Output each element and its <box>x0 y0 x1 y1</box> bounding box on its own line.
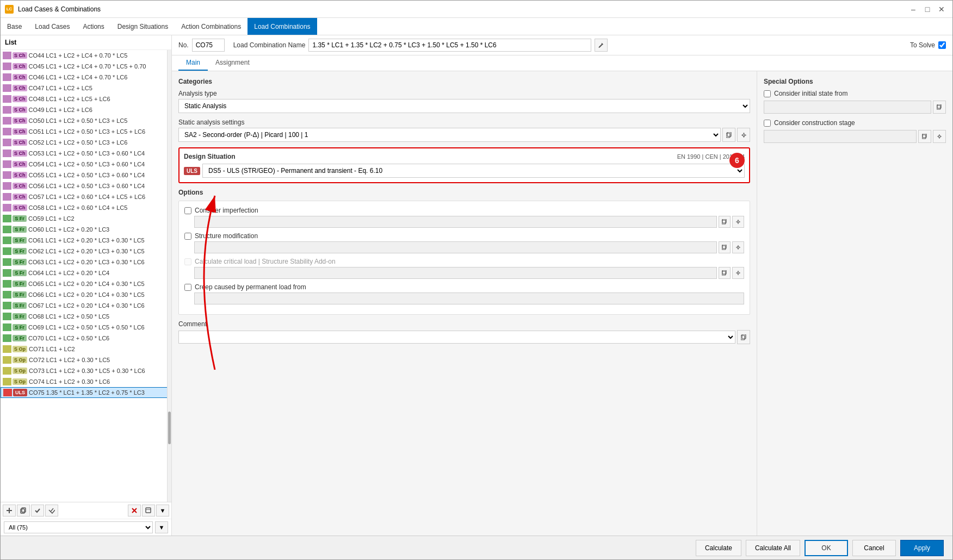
consider-initial-copy-btn[interactable] <box>933 101 946 114</box>
static-analysis-select[interactable]: SA2 - Second-order (P-Δ) | Picard | 100 … <box>178 128 721 142</box>
consider-construction-copy-btn-2[interactable] <box>933 130 946 143</box>
option-imperfection-settings-btn[interactable] <box>732 216 744 228</box>
calculate-all-button[interactable]: Calculate All <box>746 540 800 556</box>
comment-input[interactable] <box>178 331 735 344</box>
list-item[interactable]: S ChCO56 LC1 + LC2 + 0.50 * LC3 + 0.60 *… <box>1 181 171 191</box>
list-scrollbar[interactable] <box>167 50 171 502</box>
list-item[interactable]: S ChCO51 LC1 + LC2 + 0.50 * LC3 + LC5 + … <box>1 126 171 137</box>
menu-actions[interactable]: Actions <box>76 18 110 35</box>
view-button[interactable] <box>142 505 155 517</box>
list-item[interactable]: S ChCO48 LC1 + LC2 + LC5 + LC6 <box>1 94 171 104</box>
filter-dropdown-button[interactable]: ▼ <box>155 521 168 533</box>
option-imperfection-checkbox[interactable] <box>184 207 191 214</box>
to-solve-checkbox[interactable] <box>938 41 946 49</box>
close-button[interactable]: ✕ <box>935 3 948 16</box>
list-item[interactable]: S FrCO60 LC1 + LC2 + 0.20 * LC3 <box>1 224 171 235</box>
list-item[interactable]: S ChCO53 LC1 + LC2 + 0.50 * LC3 + 0.60 *… <box>1 148 171 159</box>
list-item[interactable]: ULSCO75 1.35 * LC1 + 1.35 * LC2 + 0.75 *… <box>1 387 171 398</box>
list-item[interactable]: S ChCO55 LC1 + LC2 + 0.50 * LC3 + 0.60 *… <box>1 170 171 181</box>
list-item[interactable]: S FrCO65 LC1 + LC2 + 0.20 * LC4 + 0.30 *… <box>1 278 171 289</box>
list-item[interactable]: S ChCO49 LC1 + LC2 + LC6 <box>1 104 171 115</box>
check-button[interactable] <box>31 505 44 517</box>
list-item[interactable]: S FrCO62 LC1 + LC2 + 0.20 * LC3 + 0.30 *… <box>1 246 171 257</box>
item-color-indicator <box>3 117 11 125</box>
option-critical-load-checkbox[interactable] <box>184 258 191 265</box>
list-item[interactable]: S ChCO58 LC1 + LC2 + 0.60 * LC4 + LC5 <box>1 202 171 213</box>
more-button[interactable]: ▼ <box>156 505 169 517</box>
list-item[interactable]: S ChCO46 LC1 + LC2 + LC4 + 0.70 * LC6 <box>1 72 171 83</box>
copy-item-button[interactable] <box>17 505 30 517</box>
option-structure-mod-settings-btn[interactable] <box>732 241 744 253</box>
analysis-type-row: Static Analysis Dynamic Analysis <box>178 99 750 113</box>
list-item[interactable]: S ChCO45 LC1 + LC2 + LC4 + 0.70 * LC5 + … <box>1 61 171 72</box>
svg-rect-9 <box>726 133 730 138</box>
filter-select[interactable]: All (75) <box>4 521 153 533</box>
list-item[interactable]: S ChCO44 LC1 + LC2 + LC4 + 0.70 * LC5 <box>1 50 171 61</box>
list-item[interactable]: S FrCO67 LC1 + LC2 + 0.20 * LC4 + 0.30 *… <box>1 300 171 311</box>
menu-load-cases[interactable]: Load Cases <box>28 18 76 35</box>
menu-load-combinations[interactable]: Load Combinations <box>247 18 317 35</box>
static-analysis-copy-btn[interactable] <box>722 128 735 142</box>
list-item[interactable]: S OpCO72 LC1 + LC2 + 0.30 * LC5 <box>1 354 171 365</box>
check-all-button[interactable] <box>45 505 58 517</box>
option-critical-load-input[interactable] <box>194 267 717 279</box>
list-item[interactable]: S FrCO61 LC1 + LC2 + 0.20 * LC3 + 0.30 *… <box>1 235 171 246</box>
option-structure-mod-checkbox[interactable] <box>184 233 191 240</box>
option-creep-input[interactable] <box>194 293 744 304</box>
list-item[interactable]: S FrCO66 LC1 + LC2 + 0.20 * LC4 + 0.30 *… <box>1 289 171 300</box>
consider-construction-copy-btn-1[interactable] <box>918 130 931 143</box>
cancel-button[interactable]: Cancel <box>852 540 896 556</box>
maximize-button[interactable]: □ <box>921 3 934 16</box>
ok-button[interactable]: OK <box>805 540 848 556</box>
menu-base[interactable]: Base <box>1 18 28 35</box>
option-imperfection-copy-btn[interactable] <box>719 216 731 228</box>
list-item[interactable]: S FrCO68 LC1 + LC2 + 0.50 * LC5 <box>1 311 171 322</box>
consider-initial-checkbox[interactable] <box>764 90 771 97</box>
consider-construction-input[interactable] <box>764 130 917 143</box>
minimize-button[interactable]: – <box>907 3 920 16</box>
tab-assignment[interactable]: Assignment <box>208 55 257 71</box>
item-color-indicator <box>3 280 11 288</box>
option-critical-load-copy-btn[interactable] <box>719 267 731 279</box>
option-imperfection-input[interactable] <box>194 216 717 228</box>
comment-copy-btn[interactable] <box>737 330 750 344</box>
list-item[interactable]: S ChCO50 LC1 + LC2 + 0.50 * LC3 + LC5 <box>1 115 171 126</box>
list-item[interactable]: S OpCO71 LC1 + LC2 <box>1 344 171 354</box>
list-item[interactable]: S ChCO47 LC1 + LC2 + LC5 <box>1 83 171 94</box>
option-creep-checkbox[interactable] <box>184 284 191 291</box>
list-item[interactable]: S ChCO52 LC1 + LC2 + 0.50 * LC3 + LC6 <box>1 137 171 148</box>
edit-name-button[interactable] <box>595 39 608 52</box>
option-structure-mod-copy-btn[interactable] <box>719 241 731 253</box>
list-container[interactable]: S ChCO44 LC1 + LC2 + LC4 + 0.70 * LC5S C… <box>1 50 171 502</box>
list-item[interactable]: S ChCO57 LC1 + LC2 + 0.60 * LC4 + LC5 + … <box>1 191 171 202</box>
no-input[interactable] <box>192 39 225 52</box>
tab-main[interactable]: Main <box>178 55 208 71</box>
consider-construction-checkbox[interactable] <box>764 120 771 127</box>
name-input[interactable] <box>308 39 591 52</box>
list-item[interactable]: S ChCO54 LC1 + LC2 + 0.50 * LC3 + 0.60 *… <box>1 159 171 170</box>
new-item-button[interactable] <box>3 505 16 517</box>
list-item[interactable]: S FrCO64 LC1 + LC2 + 0.20 * LC4 <box>1 267 171 278</box>
apply-button[interactable]: Apply <box>900 540 944 556</box>
option-critical-load-settings-btn[interactable] <box>732 267 744 279</box>
list-item[interactable]: S OpCO74 LC1 + LC2 + 0.30 * LC6 <box>1 376 171 387</box>
analysis-type-select[interactable]: Static Analysis Dynamic Analysis <box>178 99 750 113</box>
calculate-button[interactable]: Calculate <box>696 540 741 556</box>
item-badge: S Fr <box>13 270 27 276</box>
list-item[interactable]: S OpCO73 LC1 + LC2 + 0.30 * LC5 + 0.30 *… <box>1 365 171 376</box>
item-color-indicator <box>3 378 11 385</box>
option-structure-mod-input[interactable] <box>194 241 717 253</box>
list-item[interactable]: S FrCO63 LC1 + LC2 + 0.20 * LC3 + 0.30 *… <box>1 257 171 267</box>
menu-design-situations[interactable]: Design Situations <box>111 18 175 35</box>
ds-select[interactable]: DS5 - ULS (STR/GEO) - Permanent and tran… <box>202 164 745 178</box>
list-item[interactable]: S FrCO69 LC1 + LC2 + 0.50 * LC5 + 0.50 *… <box>1 322 171 333</box>
consider-initial-input[interactable] <box>764 101 931 114</box>
consider-construction-label: Consider construction stage <box>774 119 855 127</box>
list-item[interactable]: S FrCO70 LC1 + LC2 + 0.50 * LC6 <box>1 333 171 344</box>
item-color-indicator <box>3 356 11 364</box>
delete-button[interactable] <box>128 505 141 517</box>
menu-action-combinations[interactable]: Action Combinations <box>175 18 247 35</box>
action-bar: Calculate Calculate All OK Cancel Apply <box>1 536 952 559</box>
static-analysis-settings-btn[interactable] <box>737 128 750 142</box>
list-item[interactable]: S FrCO59 LC1 + LC2 <box>1 213 171 224</box>
